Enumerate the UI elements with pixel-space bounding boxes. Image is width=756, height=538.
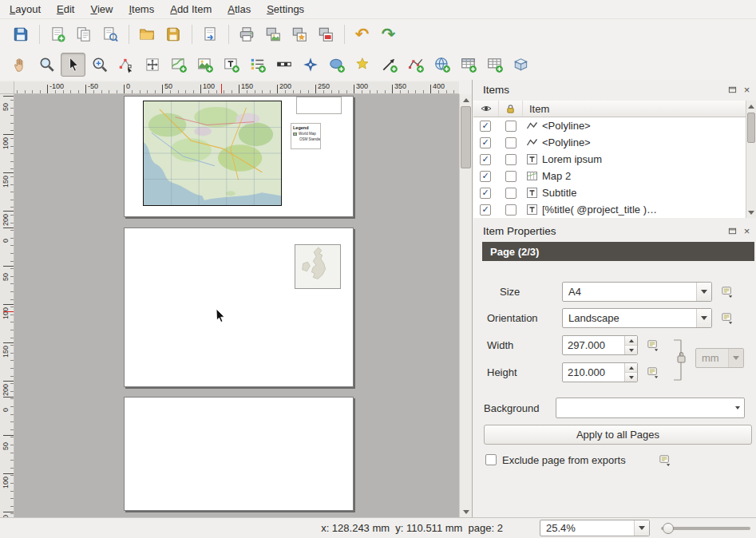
menu-view[interactable]: View — [82, 1, 121, 18]
float-panel-button[interactable] — [727, 85, 738, 95]
width-data-defined-button[interactable] — [644, 336, 663, 354]
spin-down-button[interactable] — [625, 346, 637, 354]
add-marker-tool-button[interactable] — [350, 53, 375, 77]
add-3d-map-tool-button[interactable] — [509, 53, 533, 77]
redo-button[interactable]: ↷ — [376, 22, 401, 46]
zoom-tool-button[interactable] — [34, 53, 59, 77]
close-panel-button[interactable]: × — [742, 226, 752, 236]
menu-items[interactable]: Items — [121, 1, 162, 18]
visibility-checkbox[interactable] — [480, 171, 491, 182]
add-html-tool-button[interactable] — [429, 53, 454, 77]
exclude-data-defined-button[interactable] — [656, 451, 675, 469]
move-content-tool-button[interactable] — [140, 53, 164, 77]
height-data-defined-button[interactable] — [644, 363, 663, 381]
layout-page-1[interactable]: Legend World Map OSM Standard — [124, 96, 354, 217]
zoom-slider-handle[interactable] — [663, 523, 674, 534]
lock-aspect-ratio-link[interactable] — [672, 338, 687, 382]
color-dropdown-arrow[interactable] — [731, 398, 744, 417]
items-table-row[interactable]: Subtitle — [473, 184, 746, 201]
items-table-row[interactable]: <Polyline> — [473, 134, 746, 151]
add-attribute-table-tool-button[interactable] — [456, 53, 481, 77]
menu-edit[interactable]: Edit — [49, 1, 82, 18]
add-label-tool-button[interactable] — [219, 53, 243, 77]
export-svg-button[interactable] — [287, 22, 311, 46]
print-button[interactable] — [234, 22, 259, 46]
scroll-up-button[interactable] — [460, 94, 472, 105]
items-table-row[interactable]: Map 2 — [473, 168, 746, 184]
menu-settings[interactable]: Settings — [259, 1, 312, 18]
add-node-item-tool-button[interactable] — [403, 53, 428, 77]
lock-column-header[interactable] — [499, 101, 523, 117]
add-north-arrow-tool-button[interactable] — [298, 53, 323, 77]
title-text-item[interactable] — [296, 97, 342, 114]
new-layout-button[interactable] — [45, 22, 69, 46]
items-table-row[interactable]: Lorem ipsum — [473, 151, 746, 168]
export-image-button[interactable] — [260, 22, 285, 46]
menu-atlas[interactable]: Atlas — [220, 1, 259, 18]
visibility-checkbox[interactable] — [480, 154, 491, 165]
map-item[interactable] — [143, 101, 282, 206]
lock-checkbox[interactable] — [505, 204, 517, 216]
spin-up-button[interactable] — [625, 363, 637, 373]
add-picture-tool-button[interactable] — [192, 53, 217, 77]
scroll-down-button[interactable] — [746, 207, 756, 218]
lock-checkbox[interactable] — [505, 137, 517, 148]
visibility-checkbox[interactable] — [480, 188, 491, 199]
zoom-full-tool-button[interactable] — [87, 53, 112, 77]
menu-add-item[interactable]: Add Item — [162, 1, 220, 18]
layout-canvas[interactable]: Legend World Map OSM Standard — [14, 94, 459, 517]
layout-manager-button[interactable] — [97, 22, 122, 46]
combo-arrow-button[interactable] — [634, 520, 649, 536]
spin-up-button[interactable] — [625, 336, 637, 346]
layout-page-2[interactable] — [124, 227, 354, 387]
width-spinbox[interactable]: 297.000 — [562, 335, 638, 355]
zoom-level-combo[interactable]: 25.4% — [540, 520, 650, 536]
open-folder-button[interactable] — [134, 22, 159, 46]
visibility-checkbox[interactable] — [480, 137, 491, 148]
close-panel-button[interactable]: × — [742, 85, 752, 95]
add-scalebar-tool-button[interactable] — [271, 53, 296, 77]
export-pdf-button[interactable] — [313, 22, 338, 46]
orientation-combo[interactable]: Landscape — [562, 308, 712, 328]
canvas-vertical-scrollbar[interactable] — [459, 94, 472, 517]
menu-layout[interactable]: Layout — [2, 1, 49, 18]
scrollbar-thumb[interactable] — [461, 106, 471, 168]
edit-nodes-tool-button[interactable] — [113, 53, 138, 77]
undo-button[interactable]: ↶ — [350, 22, 374, 46]
add-map-tool-button[interactable] — [166, 53, 191, 77]
orientation-data-defined-button[interactable] — [718, 309, 737, 326]
items-list-scrollbar[interactable] — [746, 101, 756, 218]
select-move-item-tool-button[interactable] — [61, 53, 85, 77]
size-combo[interactable]: A4 — [562, 282, 712, 302]
exclude-page-checkbox[interactable] — [485, 454, 497, 465]
visibility-checkbox[interactable] — [480, 204, 491, 216]
items-table-row[interactable]: <Polyline> — [473, 117, 746, 134]
scroll-down-button[interactable] — [460, 506, 472, 517]
overview-map-item[interactable] — [295, 244, 341, 289]
float-panel-button[interactable] — [727, 226, 738, 236]
duplicate-layout-button[interactable] — [71, 22, 96, 46]
save-button[interactable] — [8, 22, 33, 46]
lock-checkbox[interactable] — [505, 121, 517, 132]
add-fixed-table-tool-button[interactable] — [482, 53, 507, 77]
spin-down-button[interactable] — [625, 373, 637, 382]
background-color-button[interactable] — [556, 398, 745, 418]
apply-to-all-pages-button[interactable]: Apply to all Pages — [484, 425, 752, 445]
combo-arrow-button[interactable] — [696, 283, 711, 301]
save-as-template-button[interactable] — [160, 22, 185, 46]
add-items-from-template-button[interactable] — [197, 22, 222, 46]
item-column-header[interactable]: Item — [523, 103, 746, 115]
lock-checkbox[interactable] — [505, 171, 517, 182]
add-arrow-tool-button[interactable] — [377, 53, 402, 77]
layout-page-3[interactable] — [124, 397, 354, 511]
scroll-up-button[interactable] — [746, 101, 756, 112]
page-section-header[interactable]: Page (2/3) — [482, 242, 754, 261]
add-legend-tool-button[interactable] — [245, 53, 270, 77]
add-shape-tool-button[interactable] — [324, 53, 349, 77]
height-spinbox[interactable]: 210.000 — [562, 362, 638, 382]
legend-item[interactable]: Legend World Map OSM Standard — [291, 123, 321, 149]
pan-tool-button[interactable] — [8, 53, 33, 77]
zoom-slider[interactable] — [661, 520, 750, 536]
lock-checkbox[interactable] — [505, 188, 517, 199]
combo-arrow-button[interactable] — [696, 309, 711, 327]
